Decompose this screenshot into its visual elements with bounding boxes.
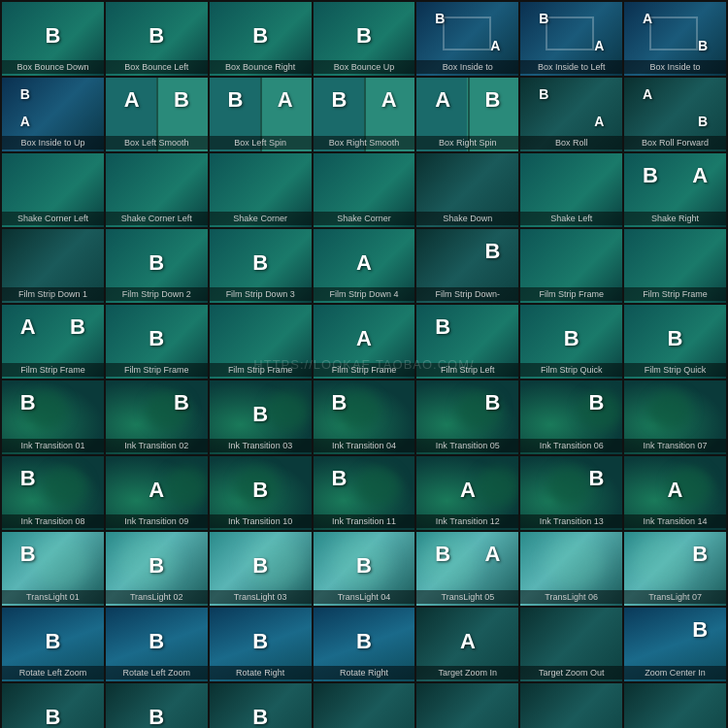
- letter-overlay: B: [149, 250, 164, 276]
- letter-overlay: A: [594, 38, 604, 53]
- grid-item-16[interactable]: Shake Corner Left: [106, 153, 208, 227]
- grid-item-27[interactable]: Film Strip Frame: [520, 229, 622, 303]
- letter-overlay: B: [331, 390, 347, 415]
- thumbnail-image: B: [106, 683, 208, 728]
- letter-overlay: A: [356, 326, 372, 351]
- grid-item-51[interactable]: B TransLight 02: [106, 532, 208, 606]
- grid-item-61[interactable]: A Target Zoom In: [416, 608, 518, 681]
- item-label: Film Strip Frame: [2, 363, 104, 377]
- grid-item-24[interactable]: B Film Strip Down 3: [210, 229, 312, 303]
- grid-item-13[interactable]: BA Box Roll: [520, 78, 622, 151]
- grid-item-45[interactable]: B Ink Transition 10: [210, 456, 312, 530]
- grid-item-57[interactable]: B Rotate Left Zoom: [2, 608, 104, 681]
- grid-item-68[interactable]: [416, 683, 518, 728]
- grid-item-59[interactable]: B Rotate Right: [210, 608, 312, 681]
- grid-item-56[interactable]: B TransLight 07: [624, 532, 726, 606]
- item-label: Ink Transition 14: [624, 514, 726, 528]
- grid-item-48[interactable]: B Ink Transition 13: [520, 456, 622, 530]
- grid-item-29[interactable]: AB Film Strip Frame: [2, 305, 104, 379]
- grid-item-10[interactable]: BA Box Left Spin: [210, 78, 312, 151]
- grid-item-41[interactable]: B Ink Transition 06: [520, 381, 622, 454]
- letter-overlay: B: [252, 478, 268, 503]
- grid-item-55[interactable]: TransLight 06: [520, 532, 622, 606]
- grid-item-65[interactable]: B: [106, 683, 208, 728]
- grid-item-12[interactable]: AB Box Right Spin: [416, 78, 518, 151]
- grid-item-28[interactable]: Film Strip Frame: [624, 229, 726, 303]
- grid-item-21[interactable]: BA Shake Right: [624, 153, 726, 227]
- grid-item-23[interactable]: B Film Strip Down 2: [106, 229, 208, 303]
- grid-item-20[interactable]: Shake Left: [520, 153, 622, 227]
- grid-item-52[interactable]: B TransLight 03: [210, 532, 312, 606]
- thumbnail-image: [416, 683, 518, 728]
- grid-item-18[interactable]: Shake Corner: [314, 153, 415, 227]
- grid-item-67[interactable]: [314, 683, 415, 728]
- grid-item-6[interactable]: BA Box Inside to Left: [520, 2, 622, 76]
- item-label: Rotate Right: [210, 666, 312, 679]
- grid-item-66[interactable]: B: [210, 683, 312, 728]
- grid-item-46[interactable]: B Ink Transition 11: [314, 456, 415, 530]
- grid-item-63[interactable]: B Zoom Center In: [624, 608, 726, 681]
- grid-item-53[interactable]: B TransLight 04: [314, 532, 415, 606]
- letter-overlay: B: [588, 466, 604, 491]
- grid-item-42[interactable]: Ink Transition 07: [624, 381, 726, 454]
- grid-item-4[interactable]: B Box Bounce Up: [314, 2, 415, 76]
- item-label: TransLight 06: [520, 590, 622, 604]
- grid-item-58[interactable]: B Rotate Left Zoom: [106, 608, 208, 681]
- item-label: Ink Transition 06: [520, 439, 622, 452]
- grid-item-64[interactable]: B: [2, 683, 104, 728]
- grid-item-11[interactable]: BA Box Right Smooth: [314, 78, 415, 151]
- grid-item-47[interactable]: A Ink Transition 12: [416, 456, 518, 530]
- grid-item-7[interactable]: AB Box Inside to: [624, 2, 726, 76]
- grid-item-2[interactable]: B Box Bounce Left: [106, 2, 208, 76]
- grid-item-31[interactable]: Film Strip Frame: [210, 305, 312, 379]
- letter-overlay: A: [594, 114, 604, 129]
- grid-item-36[interactable]: B Ink Transition 01: [2, 381, 104, 454]
- letter-overlay: B: [485, 390, 501, 415]
- item-label: Box Bounce Right: [210, 60, 312, 74]
- grid-item-37[interactable]: B Ink Transition 02: [106, 381, 208, 454]
- grid-item-43[interactable]: B Ink Transition 08: [2, 456, 104, 530]
- letter-overlay: B: [435, 11, 445, 26]
- grid-item-9[interactable]: AB Box Left Smooth: [106, 78, 208, 151]
- grid-item-5[interactable]: BA Box Inside to: [416, 2, 518, 76]
- grid-item-14[interactable]: AB Box Roll Forward: [624, 78, 726, 151]
- grid-item-26[interactable]: B Film Strip Down-: [416, 229, 518, 303]
- grid-item-30[interactable]: B Film Strip Frame: [106, 305, 208, 379]
- grid-item-50[interactable]: B TransLight 01: [2, 532, 104, 606]
- letter-overlay: B: [356, 553, 372, 579]
- letter-overlay: B: [252, 250, 268, 276]
- thumbnail-image: B: [2, 683, 104, 728]
- grid-item-3[interactable]: B Box Bounce Right: [210, 2, 312, 76]
- grid-item-33[interactable]: B Film Strip Left: [416, 305, 518, 379]
- item-label: Box Right Smooth: [314, 136, 415, 149]
- letter-overlay: B: [435, 314, 450, 340]
- grid-item-1[interactable]: B Box Bounce Down: [2, 2, 104, 76]
- letter-overlay: B: [643, 163, 658, 188]
- item-label: TransLight 01: [2, 590, 104, 604]
- grid-item-49[interactable]: A Ink Transition 14: [624, 456, 726, 530]
- grid-item-54[interactable]: AB TransLight 05: [416, 532, 518, 606]
- grid-item-25[interactable]: A Film Strip Down 4: [314, 229, 415, 303]
- grid-item-15[interactable]: Shake Corner Left: [2, 153, 104, 227]
- grid-item-32[interactable]: A Film Strip Frame: [314, 305, 415, 379]
- grid-item-39[interactable]: B Ink Transition 04: [314, 381, 415, 454]
- item-label: Box Inside to Left: [520, 60, 622, 74]
- grid-item-38[interactable]: B Ink Transition 03: [210, 381, 312, 454]
- grid-item-22[interactable]: Film Strip Down 1: [2, 229, 104, 303]
- item-label: Film Strip Frame: [210, 363, 312, 377]
- grid-item-44[interactable]: A Ink Transition 09: [106, 456, 208, 530]
- grid-item-34[interactable]: B Film Strip Quick: [520, 305, 622, 379]
- item-label: Film Strip Quick: [520, 363, 622, 377]
- grid-item-40[interactable]: B Ink Transition 05: [416, 381, 518, 454]
- grid-item-17[interactable]: Shake Corner: [210, 153, 312, 227]
- grid-item-69[interactable]: [520, 683, 622, 728]
- letter-overlay: B: [174, 390, 189, 415]
- grid-item-70[interactable]: [624, 683, 726, 728]
- letter-overlay: B: [20, 86, 30, 102]
- grid-item-62[interactable]: Target Zoom Out: [520, 608, 622, 681]
- item-label: Film Strip Frame: [624, 287, 726, 301]
- grid-item-35[interactable]: B Film Strip Quick: [624, 305, 726, 379]
- grid-item-8[interactable]: BA Box Inside to Up: [2, 78, 104, 151]
- grid-item-60[interactable]: B Rotate Right: [314, 608, 415, 681]
- grid-item-19[interactable]: Shake Down: [416, 153, 518, 227]
